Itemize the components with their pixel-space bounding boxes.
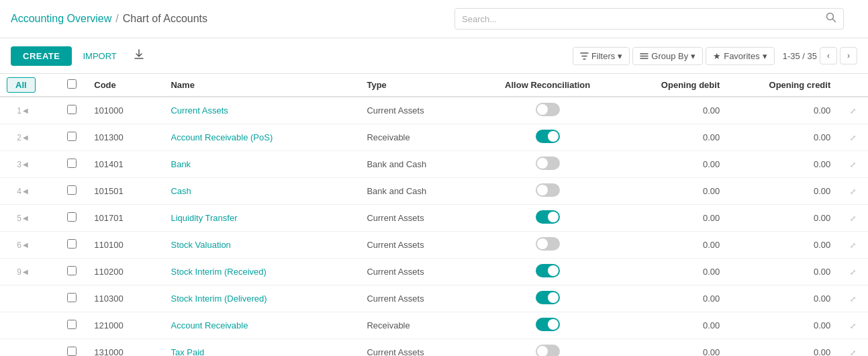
- row-expand-cell[interactable]: ⤢: [837, 259, 868, 285]
- row-name[interactable]: Stock Interim (Received): [164, 259, 360, 285]
- row-reconcile[interactable]: [479, 97, 616, 124]
- row-expand-cell[interactable]: ⤢: [837, 124, 868, 151]
- expand-icon[interactable]: ⤢: [850, 268, 856, 276]
- row-reconcile[interactable]: [479, 124, 616, 151]
- select-all-checkbox[interactable]: [67, 79, 77, 89]
- row-reconcile[interactable]: [479, 285, 616, 312]
- row-expand-chevron[interactable]: ◀: [23, 268, 28, 275]
- row-checkbox-cell[interactable]: [57, 97, 88, 124]
- row-reconcile[interactable]: [479, 259, 616, 285]
- row-checkbox-cell[interactable]: [57, 232, 88, 259]
- table-row: 5◀101701Liquidity TransferCurrent Assets…: [0, 205, 868, 232]
- search-input[interactable]: [462, 14, 826, 24]
- row-checkbox[interactable]: [67, 320, 77, 329]
- create-button[interactable]: CREATE: [11, 46, 72, 66]
- filters-button[interactable]: Filters ▾: [573, 47, 630, 65]
- prev-page-button[interactable]: ‹: [820, 47, 837, 64]
- row-name[interactable]: Bank: [164, 151, 360, 178]
- row-checkbox[interactable]: [67, 212, 77, 222]
- expand-icon[interactable]: ⤢: [850, 214, 856, 222]
- row-expand-chevron[interactable]: ◀: [23, 134, 28, 141]
- row-name[interactable]: Cash: [164, 178, 360, 205]
- row-reconcile[interactable]: [479, 178, 616, 205]
- row-checkbox-cell[interactable]: [57, 339, 88, 357]
- row-name[interactable]: Stock Valuation: [164, 232, 360, 259]
- col-header-name: Name: [164, 74, 360, 97]
- row-expand-cell[interactable]: ⤢: [837, 151, 868, 178]
- expand-icon[interactable]: ⤢: [850, 187, 856, 195]
- row-reconcile[interactable]: [479, 151, 616, 178]
- row-name[interactable]: Tax Paid: [164, 339, 360, 357]
- row-name[interactable]: Account Receivable (PoS): [164, 124, 360, 151]
- download-button[interactable]: [128, 44, 150, 68]
- expand-icon[interactable]: ⤢: [850, 241, 856, 249]
- row-expand-cell[interactable]: ⤢: [837, 178, 868, 205]
- row-checkbox-cell[interactable]: [57, 124, 88, 151]
- reconcile-toggle[interactable]: [536, 237, 560, 251]
- reconcile-toggle[interactable]: [536, 318, 560, 331]
- row-expand-chevron[interactable]: ◀: [23, 187, 28, 195]
- reconcile-toggle[interactable]: [536, 291, 560, 304]
- reconcile-toggle[interactable]: [536, 345, 560, 356]
- row-checkbox-cell[interactable]: [57, 312, 88, 339]
- all-tab[interactable]: All: [7, 77, 36, 93]
- row-code: 101501: [87, 178, 164, 205]
- row-checkbox-cell[interactable]: [57, 178, 88, 205]
- row-checkbox[interactable]: [67, 185, 77, 195]
- reconcile-toggle[interactable]: [536, 210, 560, 224]
- expand-icon[interactable]: ⤢: [850, 349, 856, 356]
- reconcile-toggle[interactable]: [536, 264, 560, 277]
- row-number: 3: [9, 160, 21, 169]
- row-expand-chevron[interactable]: ◀: [23, 214, 28, 222]
- reconcile-toggle[interactable]: [536, 183, 560, 197]
- row-expand-chevron[interactable]: ◀: [23, 161, 28, 168]
- row-checkbox-cell[interactable]: [57, 151, 88, 178]
- row-name[interactable]: Account Receivable: [164, 312, 360, 339]
- row-expand-cell[interactable]: ⤢: [837, 97, 868, 124]
- row-checkbox[interactable]: [67, 159, 77, 168]
- row-checkbox[interactable]: [67, 132, 77, 141]
- expand-icon[interactable]: ⤢: [850, 161, 856, 169]
- groupby-button[interactable]: Group By ▾: [632, 47, 703, 65]
- row-expand-cell[interactable]: ⤢: [837, 339, 868, 357]
- expand-icon[interactable]: ⤢: [850, 107, 856, 115]
- reconcile-toggle[interactable]: [536, 103, 560, 116]
- row-name[interactable]: Liquidity Transfer: [164, 205, 360, 232]
- row-checkbox[interactable]: [67, 239, 77, 249]
- row-credit: 0.00: [726, 285, 837, 312]
- row-type: Current Assets: [360, 97, 479, 124]
- expand-icon[interactable]: ⤢: [850, 322, 856, 330]
- col-header-check[interactable]: [57, 74, 88, 97]
- row-checkbox-cell[interactable]: [57, 285, 88, 312]
- row-checkbox[interactable]: [67, 266, 77, 275]
- row-expand-cell[interactable]: ⤢: [837, 285, 868, 312]
- row-reconcile[interactable]: [479, 232, 616, 259]
- expand-icon[interactable]: ⤢: [850, 295, 856, 303]
- search-button[interactable]: [826, 12, 836, 26]
- import-button[interactable]: IMPORT: [77, 46, 122, 66]
- reconcile-toggle[interactable]: [536, 157, 560, 170]
- row-expand-chevron[interactable]: ◀: [23, 107, 28, 114]
- row-checkbox[interactable]: [67, 347, 77, 356]
- row-reconcile[interactable]: [479, 205, 616, 232]
- row-expand-cell[interactable]: ⤢: [837, 312, 868, 339]
- next-page-button[interactable]: ›: [840, 47, 857, 64]
- breadcrumb-accounting-link[interactable]: Accounting Overview: [11, 13, 111, 25]
- search-bar[interactable]: [454, 8, 844, 30]
- row-checkbox[interactable]: [67, 105, 77, 114]
- toggle-slider: [536, 345, 560, 356]
- row-reconcile[interactable]: [479, 312, 616, 339]
- reconcile-toggle[interactable]: [536, 130, 560, 143]
- row-name[interactable]: Current Assets: [164, 97, 360, 124]
- row-checkbox[interactable]: [67, 293, 77, 302]
- row-expand-cell[interactable]: ⤢: [837, 205, 868, 232]
- row-expand-chevron[interactable]: ◀: [23, 241, 28, 249]
- row-reconcile[interactable]: [479, 339, 616, 357]
- expand-icon[interactable]: ⤢: [850, 134, 856, 142]
- row-expand-cell[interactable]: ⤢: [837, 232, 868, 259]
- row-checkbox-cell[interactable]: [57, 259, 88, 285]
- favorites-button[interactable]: ★ Favorites ▾: [706, 47, 774, 65]
- col-header-expand: [837, 74, 868, 97]
- row-checkbox-cell[interactable]: [57, 205, 88, 232]
- row-name[interactable]: Stock Interim (Delivered): [164, 285, 360, 312]
